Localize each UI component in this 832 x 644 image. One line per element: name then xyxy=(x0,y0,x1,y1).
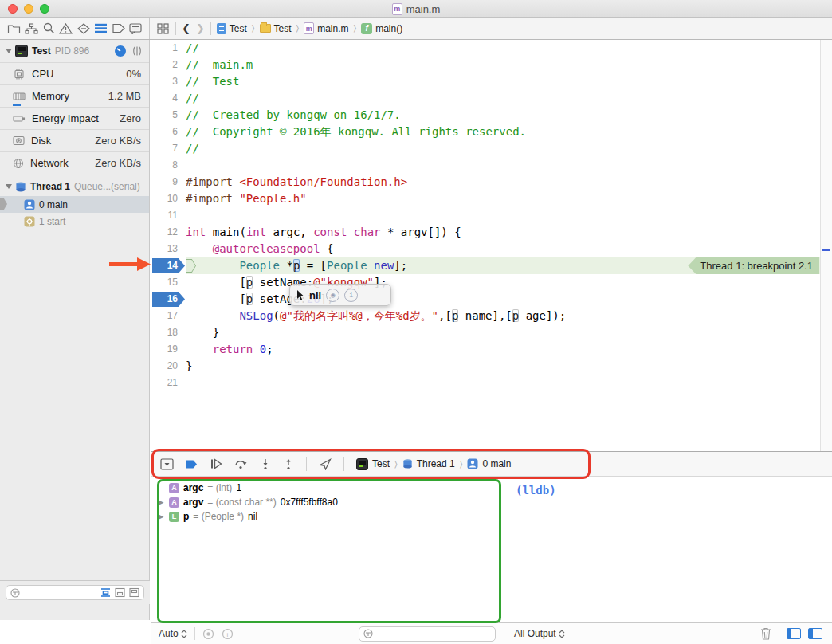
find-navigator-icon[interactable] xyxy=(43,22,55,34)
stack-frame-row[interactable]: 0 main xyxy=(0,196,149,213)
variables-scope-popup[interactable]: Auto xyxy=(159,628,187,639)
code-line[interactable]: 11 xyxy=(151,207,832,224)
navigator-filter-field[interactable] xyxy=(6,585,144,600)
test-navigator-icon[interactable] xyxy=(77,23,90,34)
trash-icon[interactable] xyxy=(760,627,771,640)
line-number-gutter[interactable]: 17 xyxy=(151,308,186,324)
console-view[interactable]: (lldb) xyxy=(504,477,832,622)
continue-icon[interactable] xyxy=(210,458,222,469)
line-number-gutter[interactable]: 1 xyxy=(151,40,186,57)
hide-debug-area-icon[interactable] xyxy=(160,458,174,470)
line-number-gutter[interactable]: 3 xyxy=(151,73,186,90)
line-number-gutter[interactable]: 19 xyxy=(151,341,186,358)
debug-breadcrumb-item[interactable]: 0 main xyxy=(467,458,511,469)
editor-scrollbar[interactable] xyxy=(820,40,832,451)
gauge-row-energy-impact[interactable]: Energy ImpactZero xyxy=(0,107,149,129)
gauge-row-cpu[interactable]: CPU0% xyxy=(0,62,149,84)
issue-navigator-icon[interactable] xyxy=(59,23,73,34)
line-number-gutter[interactable]: 14 xyxy=(151,257,186,274)
location-icon[interactable] xyxy=(319,458,332,470)
code-line[interactable]: 6// Copyright © 2016年 kongqw. All rights… xyxy=(151,124,832,140)
symbol-navigator-icon[interactable] xyxy=(25,23,38,34)
line-number-gutter[interactable]: 8 xyxy=(151,157,186,174)
disclosure-triangle[interactable] xyxy=(6,49,12,53)
code-line[interactable]: 8 xyxy=(151,157,832,174)
jump-bar-item[interactable]: mmain.m xyxy=(304,22,348,34)
code-line[interactable]: 10#import "People.h" xyxy=(151,190,832,207)
line-number-gutter[interactable]: 5 xyxy=(151,107,186,124)
stack-view-icon[interactable] xyxy=(115,587,125,598)
gauge-icon[interactable] xyxy=(114,45,127,57)
line-number-gutter[interactable]: 15 xyxy=(151,274,186,291)
debug-breadcrumb-item[interactable]: Test xyxy=(356,458,390,470)
back-button[interactable]: ❮ xyxy=(182,22,190,34)
variable-row[interactable]: Aargc= (int)1 xyxy=(151,481,504,495)
report-navigator-icon[interactable] xyxy=(129,23,142,34)
code-line[interactable]: 1// xyxy=(151,40,832,57)
info-icon[interactable]: i xyxy=(344,289,358,302)
code-line[interactable]: 4// xyxy=(151,90,832,107)
step-out-icon[interactable] xyxy=(283,458,294,470)
line-number-gutter[interactable]: 7 xyxy=(151,140,186,157)
flat-list-icon[interactable] xyxy=(100,587,111,598)
split-view-icon[interactable] xyxy=(131,45,143,57)
code-line[interactable]: 21 xyxy=(151,375,832,391)
line-number-gutter[interactable]: 18 xyxy=(151,324,186,341)
code-line[interactable]: 18 } xyxy=(151,324,832,341)
code-line[interactable]: 20} xyxy=(151,358,832,375)
step-over-icon[interactable] xyxy=(234,458,248,469)
gauge-row-network[interactable]: NetworkZero KB/s xyxy=(0,151,149,174)
breakpoint-navigator-icon[interactable] xyxy=(112,23,125,33)
jump-bar-item[interactable]: Test xyxy=(260,23,292,34)
code-line[interactable]: 12int main(int argc, const char * argv[]… xyxy=(151,224,832,241)
gauge-row-disk[interactable]: DiskZero KB/s xyxy=(0,129,149,151)
code-line[interactable]: 13 @autoreleasepool { xyxy=(151,241,832,257)
code-line[interactable]: 16 [p setAge:26]; xyxy=(151,291,832,308)
console-pane-toggle[interactable] xyxy=(808,628,822,639)
line-number-gutter[interactable]: 16 xyxy=(151,291,186,308)
line-number-gutter[interactable]: 13 xyxy=(151,241,186,257)
variable-datatip[interactable]: nil ◉ i xyxy=(289,284,391,306)
thread-row[interactable]: Thread 1 Queue...(serial) xyxy=(0,177,149,196)
variable-row[interactable]: ▶Lp= (People *)nil xyxy=(151,509,504,524)
code-line[interactable]: 2// main.m xyxy=(151,57,832,73)
line-number-gutter[interactable]: 11 xyxy=(151,207,186,224)
process-row[interactable]: Test PID 896 xyxy=(0,40,149,62)
code-line[interactable]: 3// Test xyxy=(151,73,832,90)
variables-filter-field[interactable] xyxy=(359,626,496,642)
related-items-icon[interactable] xyxy=(157,23,170,34)
source-editor[interactable]: 1//2// main.m3// Test4//5// Created by k… xyxy=(151,40,832,451)
line-number-gutter[interactable]: 4 xyxy=(151,90,186,107)
code-line[interactable]: 14 People *p = [People new];Thread 1: br… xyxy=(151,257,832,274)
disclosure-triangle[interactable]: ▶ xyxy=(157,498,165,506)
variables-pane-toggle[interactable] xyxy=(787,628,801,639)
breakpoints-toggle-icon[interactable] xyxy=(186,459,198,469)
line-number-gutter[interactable]: 10 xyxy=(151,190,186,207)
step-into-icon[interactable] xyxy=(260,458,271,470)
forward-button[interactable]: ❯ xyxy=(196,22,205,34)
console-scope-popup[interactable]: All Output xyxy=(514,628,565,639)
code-line[interactable]: 19 return 0; xyxy=(151,341,832,358)
disclosure-triangle[interactable] xyxy=(6,184,12,189)
info-icon[interactable]: i xyxy=(222,628,234,640)
jump-bar-item[interactable]: Test xyxy=(217,23,247,34)
debug-navigator-icon[interactable] xyxy=(94,23,108,33)
project-navigator-icon[interactable] xyxy=(7,23,21,34)
line-number-gutter[interactable]: 12 xyxy=(151,224,186,241)
line-number-gutter[interactable]: 6 xyxy=(151,124,186,140)
line-number-gutter[interactable]: 21 xyxy=(151,375,186,391)
quicklook-icon[interactable] xyxy=(202,628,214,640)
code-line[interactable]: 5// Created by kongqw on 16/1/7. xyxy=(151,107,832,124)
jump-bar-item[interactable]: fmain() xyxy=(361,23,402,34)
line-number-gutter[interactable]: 2 xyxy=(151,57,186,73)
variable-row[interactable]: ▶Aargv= (const char **)0x7fff5fbff8a0 xyxy=(151,495,504,509)
gauge-row-memory[interactable]: Memory1.2 MB xyxy=(0,84,149,107)
grid-view-icon[interactable] xyxy=(129,587,139,598)
line-number-gutter[interactable]: 9 xyxy=(151,174,186,190)
quicklook-icon[interactable]: ◉ xyxy=(326,289,339,302)
code-line[interactable]: 17 NSLog(@"我的名字叫%@，今年%d岁。",[p name],[p a… xyxy=(151,308,832,324)
code-line[interactable]: 9#import <Foundation/Foundation.h> xyxy=(151,174,832,190)
disclosure-triangle[interactable]: ▶ xyxy=(157,512,165,520)
debug-breadcrumb-item[interactable]: Thread 1 xyxy=(402,458,455,469)
document-proxy-icon[interactable]: m xyxy=(392,3,402,15)
